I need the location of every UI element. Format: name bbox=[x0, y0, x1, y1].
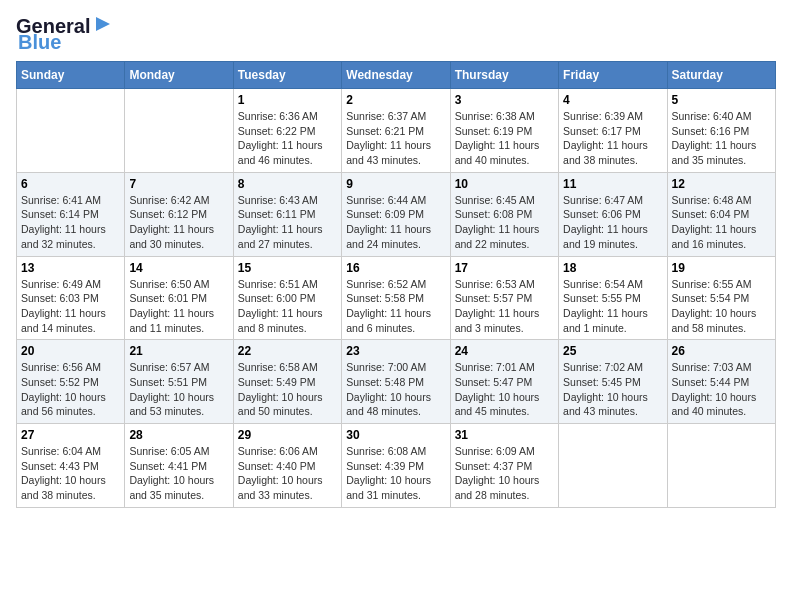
day-detail: Sunrise: 6:40 AMSunset: 6:16 PMDaylight:… bbox=[672, 109, 771, 168]
day-number: 30 bbox=[346, 428, 445, 442]
day-detail: Sunrise: 6:38 AMSunset: 6:19 PMDaylight:… bbox=[455, 109, 554, 168]
day-detail: Sunrise: 6:51 AMSunset: 6:00 PMDaylight:… bbox=[238, 277, 337, 336]
day-detail: Sunrise: 6:55 AMSunset: 5:54 PMDaylight:… bbox=[672, 277, 771, 336]
svg-marker-0 bbox=[96, 17, 110, 31]
day-number: 23 bbox=[346, 344, 445, 358]
calendar-cell: 18Sunrise: 6:54 AMSunset: 5:55 PMDayligh… bbox=[559, 256, 667, 340]
calendar-cell: 16Sunrise: 6:52 AMSunset: 5:58 PMDayligh… bbox=[342, 256, 450, 340]
calendar-cell: 20Sunrise: 6:56 AMSunset: 5:52 PMDayligh… bbox=[17, 340, 125, 424]
day-detail: Sunrise: 6:44 AMSunset: 6:09 PMDaylight:… bbox=[346, 193, 445, 252]
calendar-cell: 12Sunrise: 6:48 AMSunset: 6:04 PMDayligh… bbox=[667, 172, 775, 256]
calendar-cell: 15Sunrise: 6:51 AMSunset: 6:00 PMDayligh… bbox=[233, 256, 341, 340]
calendar-week-row: 27Sunrise: 6:04 AMSunset: 4:43 PMDayligh… bbox=[17, 424, 776, 508]
calendar-cell: 6Sunrise: 6:41 AMSunset: 6:14 PMDaylight… bbox=[17, 172, 125, 256]
day-number: 14 bbox=[129, 261, 228, 275]
day-number: 15 bbox=[238, 261, 337, 275]
day-number: 16 bbox=[346, 261, 445, 275]
col-header-sunday: Sunday bbox=[17, 62, 125, 89]
calendar-cell bbox=[125, 89, 233, 173]
day-detail: Sunrise: 6:36 AMSunset: 6:22 PMDaylight:… bbox=[238, 109, 337, 168]
calendar-cell: 25Sunrise: 7:02 AMSunset: 5:45 PMDayligh… bbox=[559, 340, 667, 424]
calendar-header-row: SundayMondayTuesdayWednesdayThursdayFrid… bbox=[17, 62, 776, 89]
day-detail: Sunrise: 7:02 AMSunset: 5:45 PMDaylight:… bbox=[563, 360, 662, 419]
day-detail: Sunrise: 6:52 AMSunset: 5:58 PMDaylight:… bbox=[346, 277, 445, 336]
day-detail: Sunrise: 6:43 AMSunset: 6:11 PMDaylight:… bbox=[238, 193, 337, 252]
day-number: 19 bbox=[672, 261, 771, 275]
day-detail: Sunrise: 6:05 AMSunset: 4:41 PMDaylight:… bbox=[129, 444, 228, 503]
day-number: 12 bbox=[672, 177, 771, 191]
calendar-cell: 4Sunrise: 6:39 AMSunset: 6:17 PMDaylight… bbox=[559, 89, 667, 173]
day-number: 4 bbox=[563, 93, 662, 107]
calendar-cell: 13Sunrise: 6:49 AMSunset: 6:03 PMDayligh… bbox=[17, 256, 125, 340]
day-detail: Sunrise: 6:48 AMSunset: 6:04 PMDaylight:… bbox=[672, 193, 771, 252]
logo: General Blue bbox=[16, 16, 114, 53]
day-number: 25 bbox=[563, 344, 662, 358]
day-detail: Sunrise: 6:09 AMSunset: 4:37 PMDaylight:… bbox=[455, 444, 554, 503]
calendar-cell: 14Sunrise: 6:50 AMSunset: 6:01 PMDayligh… bbox=[125, 256, 233, 340]
calendar-cell bbox=[17, 89, 125, 173]
day-detail: Sunrise: 6:53 AMSunset: 5:57 PMDaylight:… bbox=[455, 277, 554, 336]
day-number: 24 bbox=[455, 344, 554, 358]
calendar-cell: 31Sunrise: 6:09 AMSunset: 4:37 PMDayligh… bbox=[450, 424, 558, 508]
day-detail: Sunrise: 6:42 AMSunset: 6:12 PMDaylight:… bbox=[129, 193, 228, 252]
calendar-week-row: 1Sunrise: 6:36 AMSunset: 6:22 PMDaylight… bbox=[17, 89, 776, 173]
calendar-cell: 23Sunrise: 7:00 AMSunset: 5:48 PMDayligh… bbox=[342, 340, 450, 424]
day-detail: Sunrise: 6:39 AMSunset: 6:17 PMDaylight:… bbox=[563, 109, 662, 168]
day-detail: Sunrise: 6:54 AMSunset: 5:55 PMDaylight:… bbox=[563, 277, 662, 336]
day-number: 9 bbox=[346, 177, 445, 191]
col-header-wednesday: Wednesday bbox=[342, 62, 450, 89]
calendar-cell: 24Sunrise: 7:01 AMSunset: 5:47 PMDayligh… bbox=[450, 340, 558, 424]
calendar-cell: 30Sunrise: 6:08 AMSunset: 4:39 PMDayligh… bbox=[342, 424, 450, 508]
calendar-week-row: 20Sunrise: 6:56 AMSunset: 5:52 PMDayligh… bbox=[17, 340, 776, 424]
col-header-monday: Monday bbox=[125, 62, 233, 89]
day-detail: Sunrise: 7:03 AMSunset: 5:44 PMDaylight:… bbox=[672, 360, 771, 419]
day-detail: Sunrise: 6:45 AMSunset: 6:08 PMDaylight:… bbox=[455, 193, 554, 252]
col-header-saturday: Saturday bbox=[667, 62, 775, 89]
calendar-week-row: 6Sunrise: 6:41 AMSunset: 6:14 PMDaylight… bbox=[17, 172, 776, 256]
day-number: 29 bbox=[238, 428, 337, 442]
calendar-cell: 2Sunrise: 6:37 AMSunset: 6:21 PMDaylight… bbox=[342, 89, 450, 173]
calendar-cell: 19Sunrise: 6:55 AMSunset: 5:54 PMDayligh… bbox=[667, 256, 775, 340]
calendar-cell: 3Sunrise: 6:38 AMSunset: 6:19 PMDaylight… bbox=[450, 89, 558, 173]
calendar-cell: 21Sunrise: 6:57 AMSunset: 5:51 PMDayligh… bbox=[125, 340, 233, 424]
calendar-cell: 29Sunrise: 6:06 AMSunset: 4:40 PMDayligh… bbox=[233, 424, 341, 508]
day-number: 6 bbox=[21, 177, 120, 191]
day-number: 8 bbox=[238, 177, 337, 191]
col-header-friday: Friday bbox=[559, 62, 667, 89]
day-number: 28 bbox=[129, 428, 228, 442]
calendar-cell: 11Sunrise: 6:47 AMSunset: 6:06 PMDayligh… bbox=[559, 172, 667, 256]
day-detail: Sunrise: 7:00 AMSunset: 5:48 PMDaylight:… bbox=[346, 360, 445, 419]
calendar-cell: 1Sunrise: 6:36 AMSunset: 6:22 PMDaylight… bbox=[233, 89, 341, 173]
calendar-cell: 7Sunrise: 6:42 AMSunset: 6:12 PMDaylight… bbox=[125, 172, 233, 256]
day-number: 31 bbox=[455, 428, 554, 442]
calendar-cell: 27Sunrise: 6:04 AMSunset: 4:43 PMDayligh… bbox=[17, 424, 125, 508]
logo-arrow-icon bbox=[92, 13, 114, 35]
day-number: 3 bbox=[455, 93, 554, 107]
day-number: 2 bbox=[346, 93, 445, 107]
day-number: 13 bbox=[21, 261, 120, 275]
day-detail: Sunrise: 6:37 AMSunset: 6:21 PMDaylight:… bbox=[346, 109, 445, 168]
calendar-cell bbox=[667, 424, 775, 508]
day-detail: Sunrise: 6:58 AMSunset: 5:49 PMDaylight:… bbox=[238, 360, 337, 419]
day-detail: Sunrise: 6:56 AMSunset: 5:52 PMDaylight:… bbox=[21, 360, 120, 419]
day-detail: Sunrise: 6:08 AMSunset: 4:39 PMDaylight:… bbox=[346, 444, 445, 503]
calendar-cell: 8Sunrise: 6:43 AMSunset: 6:11 PMDaylight… bbox=[233, 172, 341, 256]
day-detail: Sunrise: 6:41 AMSunset: 6:14 PMDaylight:… bbox=[21, 193, 120, 252]
day-number: 1 bbox=[238, 93, 337, 107]
day-number: 5 bbox=[672, 93, 771, 107]
day-detail: Sunrise: 6:57 AMSunset: 5:51 PMDaylight:… bbox=[129, 360, 228, 419]
day-number: 7 bbox=[129, 177, 228, 191]
logo-blue-text: Blue bbox=[18, 31, 61, 53]
day-number: 10 bbox=[455, 177, 554, 191]
day-number: 21 bbox=[129, 344, 228, 358]
day-number: 20 bbox=[21, 344, 120, 358]
calendar-cell bbox=[559, 424, 667, 508]
calendar-cell: 22Sunrise: 6:58 AMSunset: 5:49 PMDayligh… bbox=[233, 340, 341, 424]
day-number: 11 bbox=[563, 177, 662, 191]
day-detail: Sunrise: 6:04 AMSunset: 4:43 PMDaylight:… bbox=[21, 444, 120, 503]
calendar-cell: 26Sunrise: 7:03 AMSunset: 5:44 PMDayligh… bbox=[667, 340, 775, 424]
day-detail: Sunrise: 6:47 AMSunset: 6:06 PMDaylight:… bbox=[563, 193, 662, 252]
day-number: 27 bbox=[21, 428, 120, 442]
calendar-cell: 5Sunrise: 6:40 AMSunset: 6:16 PMDaylight… bbox=[667, 89, 775, 173]
calendar-cell: 10Sunrise: 6:45 AMSunset: 6:08 PMDayligh… bbox=[450, 172, 558, 256]
